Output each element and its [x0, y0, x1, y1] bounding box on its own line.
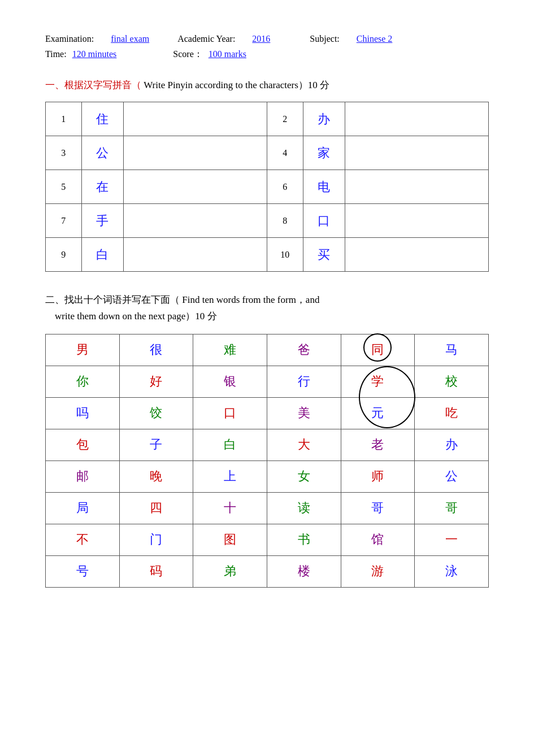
section1-title-english: Write Pinyin according to the characters…	[141, 80, 329, 90]
word-cell: 弟	[193, 555, 267, 587]
word-cell: 十	[193, 492, 267, 524]
time-value: 120 minutes	[72, 49, 117, 59]
row-answer-right	[345, 102, 488, 136]
word-cell: 读	[267, 492, 341, 524]
word-cell: 码	[119, 555, 193, 587]
row-answer-right	[345, 238, 488, 272]
row-char-left: 公	[81, 136, 123, 170]
word-row: 邮晚上女师公	[46, 460, 489, 492]
word-cell: 老	[341, 429, 415, 460]
word-cell: 上	[193, 460, 267, 492]
word-cell: 门	[119, 524, 193, 555]
word-cell: 学	[341, 366, 415, 397]
row-answer-right	[345, 136, 488, 170]
word-cell: 号	[46, 555, 120, 587]
word-cell: 包	[46, 429, 120, 460]
word-row: 你好银行 学 校	[46, 366, 489, 397]
word-cell: 美	[267, 397, 341, 429]
row-answer-left	[123, 204, 267, 238]
row-answer-left	[123, 136, 267, 170]
word-cell: 泳	[415, 555, 489, 587]
row-num-right: 10	[267, 238, 303, 272]
pinyin-row: 9 白 10 买	[46, 238, 489, 272]
word-row: 不门图书馆一	[46, 524, 489, 555]
row-char-left: 住	[81, 102, 123, 136]
word-cell: 书	[267, 524, 341, 555]
header-line1: Examination: final exam Academic Year: 2…	[45, 34, 489, 44]
score-label: Score：	[173, 49, 202, 60]
year-label: Academic Year:	[177, 34, 235, 44]
row-answer-left	[123, 102, 267, 136]
word-cell: 四	[119, 492, 193, 524]
word-cell: 难	[193, 334, 267, 366]
section1-title-chinese: 一、根据汉字写拼音（	[45, 80, 141, 90]
word-cell: 大	[267, 429, 341, 460]
row-answer-left	[123, 170, 267, 204]
year-value: 2016	[252, 34, 270, 44]
word-cell: 吗	[46, 397, 120, 429]
row-char-right: 办	[303, 102, 345, 136]
section2-title-chinese: 二、找出十个词语并写在下面（	[45, 294, 180, 305]
word-table: 男很难爸 同 马你好银行 学 校吗饺口美元吃包子白大老办邮晚上女师公局四十读哥哥…	[45, 334, 489, 588]
section2-title: 二、找出十个词语并写在下面（ Find ten words from the f…	[45, 292, 489, 325]
section2-title-english1: Find ten words from the form，and	[180, 294, 319, 305]
row-answer-left	[123, 238, 267, 272]
pinyin-table: 1 住 2 办 3 公 4 家 5 在 6 电 7 手 8 口 9 白 10 买	[45, 102, 489, 272]
word-row: 吗饺口美元吃	[46, 397, 489, 429]
row-num-left: 9	[46, 238, 82, 272]
word-cell: 师	[341, 460, 415, 492]
word-cell: 哥	[415, 492, 489, 524]
word-cell: 爸	[267, 334, 341, 366]
word-cell: 男	[46, 334, 120, 366]
row-num-left: 1	[46, 102, 82, 136]
word-cell: 邮	[46, 460, 120, 492]
exam-value: final exam	[111, 34, 149, 44]
pinyin-row: 7 手 8 口	[46, 204, 489, 238]
row-num-right: 2	[267, 102, 303, 136]
row-answer-right	[345, 170, 488, 204]
pinyin-row: 1 住 2 办	[46, 102, 489, 136]
row-num-right: 4	[267, 136, 303, 170]
word-cell: 白	[193, 429, 267, 460]
row-char-right: 电	[303, 170, 345, 204]
word-row: 局四十读哥哥	[46, 492, 489, 524]
subject-label: Subject:	[310, 34, 339, 44]
word-row: 包子白大老办	[46, 429, 489, 460]
word-cell: 一	[415, 524, 489, 555]
row-char-right: 买	[303, 238, 345, 272]
word-cell: 馆	[341, 524, 415, 555]
row-char-right: 家	[303, 136, 345, 170]
exam-label: Examination:	[45, 34, 94, 44]
row-char-left: 白	[81, 238, 123, 272]
section2-title-english2: write them down on the next page）10 分	[55, 311, 217, 321]
row-num-right: 8	[267, 204, 303, 238]
word-cell: 很	[119, 334, 193, 366]
row-num-left: 3	[46, 136, 82, 170]
word-cell: 校	[415, 366, 489, 397]
header-line2: Time: 120 minutes Score： 100 marks	[45, 49, 489, 60]
word-cell: 游	[341, 555, 415, 587]
subject-value: Chinese 2	[357, 34, 393, 44]
word-cell: 饺	[119, 397, 193, 429]
word-cell: 吃	[415, 397, 489, 429]
word-cell: 图	[193, 524, 267, 555]
word-cell: 口	[193, 397, 267, 429]
row-num-left: 5	[46, 170, 82, 204]
row-num-right: 6	[267, 170, 303, 204]
section1-title: 一、根据汉字写拼音（ Write Pinyin according to the…	[45, 77, 489, 93]
score-value: 100 marks	[209, 49, 246, 59]
row-answer-right	[345, 204, 488, 238]
row-num-left: 7	[46, 204, 82, 238]
time-label: Time:	[45, 49, 67, 59]
word-row: 号码弟楼游泳	[46, 555, 489, 587]
word-cell: 不	[46, 524, 120, 555]
word-cell: 公	[415, 460, 489, 492]
pinyin-row: 5 在 6 电	[46, 170, 489, 204]
row-char-left: 在	[81, 170, 123, 204]
word-cell: 子	[119, 429, 193, 460]
word-row: 男很难爸 同 马	[46, 334, 489, 366]
word-cell: 办	[415, 429, 489, 460]
word-cell: 同	[341, 334, 415, 366]
word-cell: 局	[46, 492, 120, 524]
row-char-left: 手	[81, 204, 123, 238]
